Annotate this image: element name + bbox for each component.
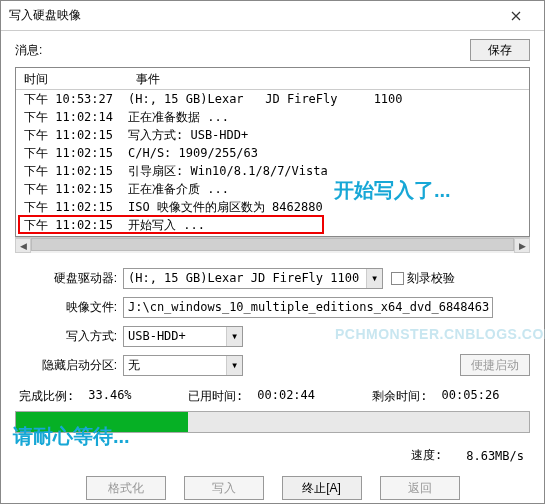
percent-value: 33.46% bbox=[88, 388, 131, 405]
verify-checkbox[interactable] bbox=[391, 272, 404, 285]
hidden-value: 无 bbox=[128, 357, 140, 374]
abort-button[interactable]: 终止[A] bbox=[282, 476, 362, 500]
elapsed-label: 已用时间: bbox=[188, 388, 243, 405]
drive-value: (H:, 15 GB)Lexar JD FireFly 1100 bbox=[128, 271, 359, 285]
log-row[interactable]: 下午 11:02:15ISO 映像文件的扇区数为 8462880 bbox=[16, 198, 529, 216]
speed-value: 8.63MB/s bbox=[466, 449, 524, 463]
chevron-down-icon: ▾ bbox=[226, 356, 242, 375]
hidden-dropdown[interactable]: 无 ▾ bbox=[123, 355, 243, 376]
close-icon bbox=[511, 11, 521, 21]
scroll-thumb[interactable] bbox=[31, 238, 514, 251]
verify-checkbox-wrap[interactable]: 刻录校验 bbox=[391, 270, 455, 287]
dialog-window: 写入硬盘映像 消息: 保存 时间 事件 下午 10:53:27(H:, 15 G… bbox=[0, 0, 545, 504]
log-list: 时间 事件 下午 10:53:27(H:, 15 GB)Lexar JD Fir… bbox=[15, 67, 530, 237]
image-field[interactable]: J:\cn_windows_10_multiple_editions_x64_d… bbox=[123, 297, 493, 318]
remaining-value: 00:05:26 bbox=[442, 388, 500, 405]
scroll-right-icon[interactable]: ▶ bbox=[514, 238, 530, 253]
log-row[interactable]: 下午 10:53:27(H:, 15 GB)Lexar JD FireFly 1… bbox=[16, 90, 529, 108]
write-mode-value: USB-HDD+ bbox=[128, 329, 186, 343]
scroll-track[interactable] bbox=[31, 238, 514, 253]
write-mode-dropdown[interactable]: USB-HDD+ ▾ bbox=[123, 326, 243, 347]
convenient-boot-button[interactable]: 便捷启动 bbox=[460, 354, 530, 376]
save-button[interactable]: 保存 bbox=[470, 39, 530, 61]
message-label: 消息: bbox=[15, 42, 470, 59]
log-row[interactable]: 下午 11:02:15引导扇区: Win10/8.1/8/7/Vista bbox=[16, 162, 529, 180]
log-header: 时间 事件 bbox=[16, 68, 529, 90]
percent-label: 完成比例: bbox=[19, 388, 74, 405]
write-mode-label: 写入方式: bbox=[15, 328, 123, 345]
write-button[interactable]: 写入 bbox=[184, 476, 264, 500]
drive-label: 硬盘驱动器: bbox=[15, 270, 123, 287]
elapsed-value: 00:02:44 bbox=[257, 388, 315, 405]
format-button[interactable]: 格式化 bbox=[86, 476, 166, 500]
log-body: 下午 10:53:27(H:, 15 GB)Lexar JD FireFly 1… bbox=[16, 90, 529, 234]
back-button[interactable]: 返回 bbox=[380, 476, 460, 500]
image-label: 映像文件: bbox=[15, 299, 123, 316]
annotation-text: 请耐心等待... bbox=[13, 423, 130, 450]
close-button[interactable] bbox=[496, 2, 536, 30]
drive-dropdown[interactable]: (H:, 15 GB)Lexar JD FireFly 1100 ▾ bbox=[123, 268, 383, 289]
annotation-text: 开始写入了... bbox=[334, 177, 451, 204]
log-row[interactable]: 下午 11:02:14正在准备数据 ... bbox=[16, 108, 529, 126]
log-header-event[interactable]: 事件 bbox=[128, 68, 168, 89]
horizontal-scrollbar[interactable]: ◀ ▶ bbox=[15, 237, 530, 253]
log-row[interactable]: 下午 11:02:15C/H/S: 1909/255/63 bbox=[16, 144, 529, 162]
image-value: J:\cn_windows_10_multiple_editions_x64_d… bbox=[128, 300, 493, 314]
titlebar: 写入硬盘映像 bbox=[1, 1, 544, 31]
speed-label: 速度: bbox=[411, 447, 442, 464]
watermark-text: PCHMONSTER.CNBLOGS.COM bbox=[335, 326, 545, 342]
remaining-label: 剩余时间: bbox=[372, 388, 427, 405]
log-row[interactable]: 下午 11:02:15写入方式: USB-HDD+ bbox=[16, 126, 529, 144]
chevron-down-icon: ▾ bbox=[226, 327, 242, 346]
chevron-down-icon: ▾ bbox=[366, 269, 382, 288]
log-row[interactable]: 下午 11:02:15开始写入 ... bbox=[16, 216, 529, 234]
log-row[interactable]: 下午 11:02:15正在准备介质 ... bbox=[16, 180, 529, 198]
verify-label: 刻录校验 bbox=[407, 270, 455, 287]
scroll-left-icon[interactable]: ◀ bbox=[15, 238, 31, 253]
hidden-label: 隐藏启动分区: bbox=[15, 357, 123, 374]
window-title: 写入硬盘映像 bbox=[9, 7, 496, 24]
log-header-time[interactable]: 时间 bbox=[16, 68, 128, 89]
